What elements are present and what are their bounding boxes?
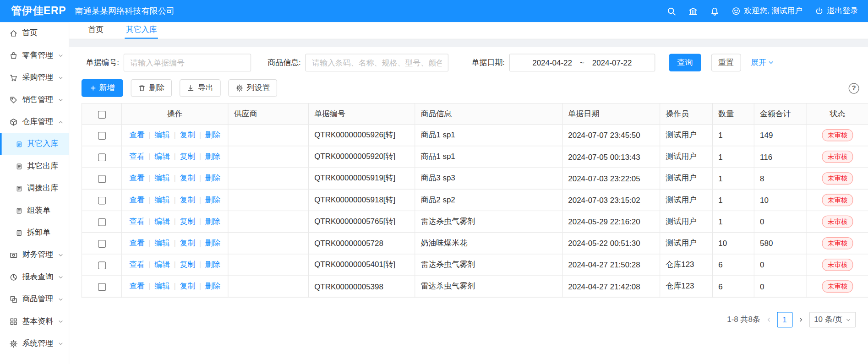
page-size-select[interactable]: 10 条/页 [809,312,856,327]
view-link[interactable]: 查看 [129,195,145,204]
row-checkbox[interactable] [98,261,106,269]
sidebar-item-warehouse[interactable]: 仓库管理 [0,111,69,133]
supplier-cell [228,211,308,232]
edit-link[interactable]: 编辑 [145,217,170,225]
sidebar-item-transfer-out[interactable]: 调拨出库 [0,177,69,199]
delete-link[interactable]: 删除 [195,282,220,290]
delete-link[interactable]: 删除 [195,174,220,182]
sidebar-item-other-in[interactable]: 其它入库 [0,133,69,155]
col-amount: 金额合计 [754,103,807,125]
view-link[interactable]: 查看 [129,282,145,290]
copy-link[interactable]: 复制 [170,195,195,204]
filter-bar: 单据编号: 商品信息: 单据日期: 2024-04-22 ~ 2024-07-2… [69,53,868,73]
delete-button[interactable]: 删除 [131,79,172,97]
logout-button[interactable]: 退出登录 [815,6,858,16]
prev-page-icon[interactable] [766,317,771,322]
sidebar-item-system[interactable]: 系统管理 [0,332,69,354]
edit-link[interactable]: 编辑 [145,282,170,290]
row-checkbox[interactable] [98,240,106,248]
status-cell: 未审核 [807,211,868,232]
doc-no-input[interactable] [124,54,251,71]
supplier-cell [228,125,308,146]
next-page-icon[interactable] [798,317,803,322]
edit-link[interactable]: 编辑 [145,130,170,139]
delete-link[interactable]: 删除 [195,217,220,225]
bell-icon[interactable] [710,6,720,16]
amount-cell: 0 [754,254,807,276]
table-row: 查看编辑复制删除 QTRK00000005401[转] 雷达杀虫气雾剂 2024… [82,254,868,276]
view-link[interactable]: 查看 [129,174,145,182]
page-number[interactable]: 1 [777,312,792,327]
delete-link[interactable]: 删除 [195,130,220,139]
operator-cell: 测试用户 [660,168,713,189]
copy-link[interactable]: 复制 [170,238,195,247]
tab-other-in[interactable]: 其它入库 [125,22,158,38]
user-menu[interactable]: 欢迎您, 测试用户 [732,6,803,16]
search-button[interactable]: 查询 [669,54,701,71]
edit-link[interactable]: 编辑 [145,260,170,269]
col-date: 单据日期 [562,103,660,125]
delete-link[interactable]: 删除 [195,152,220,161]
view-link[interactable]: 查看 [129,152,145,161]
export-label: 导出 [198,83,213,93]
view-link[interactable]: 查看 [129,130,145,139]
sidebar-item-sales[interactable]: 销售管理 [0,89,69,111]
row-checkbox[interactable] [98,132,106,140]
edit-link[interactable]: 编辑 [145,152,170,161]
row-checkbox[interactable] [98,153,106,161]
sidebar-item-finance[interactable]: 财务管理 [0,244,69,266]
doc-date-label: 单据日期: [472,58,505,68]
sidebar-item-other-out[interactable]: 其它出库 [0,155,69,177]
col-status: 状态 [807,103,868,125]
sidebar-item-home[interactable]: 首页 [0,22,69,44]
bank-icon[interactable] [688,6,698,16]
delete-link[interactable]: 删除 [195,260,220,269]
status-badge: 未审核 [822,151,853,163]
search-icon[interactable] [667,6,677,16]
status-cell: 未审核 [807,168,868,189]
copy-link[interactable]: 复制 [170,282,195,290]
data-table: 操作 供应商 单据编号 商品信息 单据日期 操作员 数量 金额合计 状态 [82,103,868,298]
column-settings-button[interactable]: 列设置 [229,79,277,97]
view-link[interactable]: 查看 [129,217,145,225]
sidebar-item-goods[interactable]: 商品管理 [0,288,69,310]
row-checkbox[interactable] [98,218,106,226]
sidebar-item-label: 拆卸单 [27,228,50,238]
sidebar-item-report[interactable]: 报表查询 [0,266,69,288]
operator-cell: 仓库123 [660,276,713,297]
tab-home[interactable]: 首页 [87,22,105,38]
sidebar-item-assembly[interactable]: 组装单 [0,200,69,222]
export-button[interactable]: 导出 [180,79,221,97]
edit-link[interactable]: 编辑 [145,238,170,247]
copy-link[interactable]: 复制 [170,217,195,225]
select-all-checkbox[interactable] [98,111,106,119]
goods-info-input[interactable] [306,54,448,71]
row-checkbox[interactable] [98,175,106,183]
view-link[interactable]: 查看 [129,260,145,269]
sidebar-item-base-data[interactable]: 基本资料 [0,310,69,332]
copy-link[interactable]: 复制 [170,174,195,182]
operator-cell: 测试用户 [660,211,713,232]
reset-button[interactable]: 重置 [711,54,741,71]
add-button[interactable]: 新增 [82,79,123,97]
copy-link[interactable]: 复制 [170,130,195,139]
table-row: 查看编辑复制删除 QTRK00000005920[转] 商品1 sp1 2024… [82,146,868,168]
copy-link[interactable]: 复制 [170,152,195,161]
edit-link[interactable]: 编辑 [145,195,170,204]
row-checkbox[interactable] [98,283,106,291]
table-body: 查看编辑复制删除 QTRK00000005926[转] 商品1 sp1 2024… [82,125,868,298]
sidebar-item-disassembly[interactable]: 拆卸单 [0,222,69,244]
view-link[interactable]: 查看 [129,238,145,247]
edit-link[interactable]: 编辑 [145,174,170,182]
sidebar-item-purchase[interactable]: 采购管理 [0,66,69,88]
delete-link[interactable]: 删除 [195,195,220,204]
system-gear-icon [10,339,18,348]
copy-link[interactable]: 复制 [170,260,195,269]
row-checkbox[interactable] [98,197,106,205]
sidebar-item-retail[interactable]: 零售管理 [0,44,69,66]
help-icon[interactable]: ? [849,83,859,93]
delete-link[interactable]: 删除 [195,238,220,247]
date-range-picker[interactable]: 2024-04-22 ~ 2024-07-22 [509,54,655,71]
expand-link[interactable]: 展开 [751,58,774,68]
topbar-right: 欢迎您, 测试用户 退出登录 [667,6,858,16]
